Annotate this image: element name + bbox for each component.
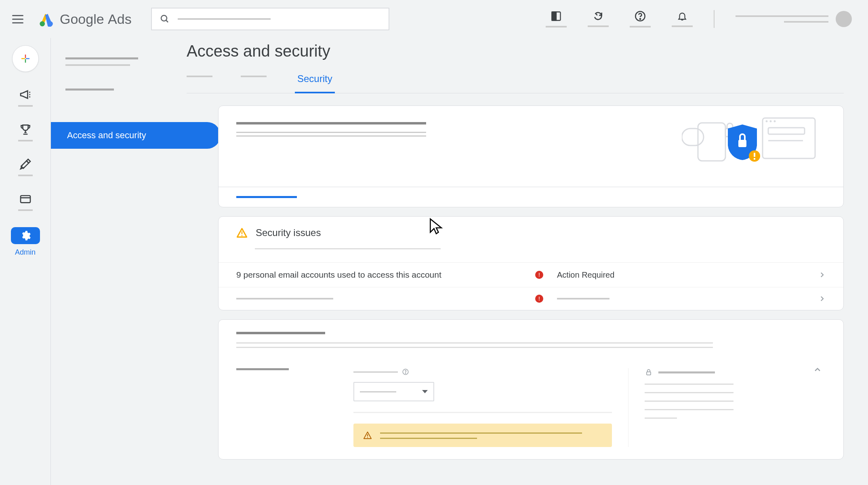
card-icon [19,192,32,205]
warning-triangle-icon [363,431,372,440]
svg-rect-8 [21,196,30,202]
search-input[interactable] [151,8,389,30]
rail-item-campaigns[interactable] [18,88,33,107]
svg-point-0 [40,21,45,27]
svg-rect-19 [738,140,746,147]
svg-point-7 [640,19,641,19]
svg-point-2 [161,15,167,21]
issue-status: Action Required [557,270,614,280]
lock-icon [645,368,653,376]
trophy-icon [19,123,32,136]
megaphone-icon [19,88,32,101]
svg-rect-29 [647,372,651,375]
rail-item-billing[interactable] [18,192,33,211]
google-ads-logo-icon [39,11,54,27]
rail-item-tools[interactable] [18,158,33,176]
nav-item-placeholder[interactable] [65,89,114,91]
menu-icon[interactable] [12,12,27,26]
tab-placeholder[interactable] [241,76,267,77]
issue-description: 9 personal email accounts used to access… [236,270,527,280]
appearance-button[interactable] [546,11,567,27]
tab-placeholder[interactable] [187,76,212,77]
error-icon: ! [535,271,543,279]
svg-point-15 [774,120,776,122]
product-name: Google Ads [60,11,132,27]
rail-label-admin: Admin [15,248,36,257]
chevron-right-icon [818,295,826,302]
help-button[interactable] [630,11,651,27]
security-issues-card: Security issues 9 personal email account… [218,216,844,310]
issue-description-placeholder [236,298,333,299]
svg-rect-11 [682,129,704,146]
select-value-placeholder [360,391,396,392]
error-icon: ! [535,295,543,303]
avatar[interactable] [836,11,852,27]
security-overview-card [218,105,844,207]
nav-item-placeholder[interactable] [65,64,130,66]
create-button[interactable] [12,45,39,72]
warning-triangle-icon [236,227,248,238]
plus-icon [19,53,32,65]
security-issues-title: Security issues [256,227,321,238]
rail-item-goals[interactable] [18,123,33,141]
chevron-right-icon [818,271,826,278]
nav-item-placeholder[interactable] [65,57,138,59]
svg-point-14 [770,120,772,122]
gear-icon [20,230,31,241]
issue-status-placeholder [557,298,609,299]
security-issue-row[interactable]: ! [219,287,843,310]
settings-card [218,319,844,460]
tools-icon [19,158,32,171]
search-icon [160,14,170,24]
setting-label [236,368,337,447]
overview-card-action[interactable] [219,187,843,207]
refresh-icon [593,11,603,21]
allowed-domains-select[interactable] [353,382,434,401]
account-switcher[interactable] [736,11,852,27]
svg-rect-24 [242,235,242,236]
help-icon [635,11,646,22]
secondary-nav: Access and security [51,38,180,485]
svg-rect-12 [763,118,815,158]
svg-line-3 [166,20,168,22]
svg-point-13 [766,120,768,122]
svg-point-26 [405,373,406,373]
appearance-icon [551,11,562,22]
svg-point-1 [48,21,53,27]
help-icon[interactable] [402,368,409,375]
svg-rect-27 [367,434,368,436]
svg-rect-22 [754,158,755,160]
chevron-up-icon[interactable] [813,366,822,374]
divider [714,10,715,28]
svg-rect-5 [552,12,557,21]
warning-callout [353,424,612,447]
svg-rect-16 [768,128,805,134]
page-title: Access and security [187,42,844,60]
refresh-button[interactable] [588,11,609,27]
card-desc-placeholder [236,342,713,344]
subtitle-placeholder [255,248,441,249]
bell-icon [677,11,687,21]
svg-rect-28 [367,437,368,438]
placeholder-line [353,412,612,413]
card-title-placeholder [236,332,325,334]
search-placeholder-line [178,18,271,20]
left-rail: Admin [0,38,51,485]
info-panel [628,368,826,447]
svg-rect-23 [242,232,242,234]
app-header: Google Ads [0,0,868,38]
chevron-down-icon [422,390,428,393]
rail-item-admin[interactable]: Admin [11,227,40,257]
card-desc-placeholder [236,347,713,348]
select-label [353,368,612,375]
notifications-button[interactable] [672,11,693,27]
tab-security[interactable]: Security [295,69,335,93]
main-content: Access and security Security [180,42,856,485]
tabs: Security [187,69,844,93]
security-issue-row[interactable]: 9 personal email accounts used to access… [219,262,843,287]
link-placeholder [236,196,297,198]
product-logo[interactable]: Google Ads [39,11,132,27]
security-shield-illustration [682,112,819,169]
header-actions [546,10,852,28]
svg-rect-21 [754,153,755,157]
